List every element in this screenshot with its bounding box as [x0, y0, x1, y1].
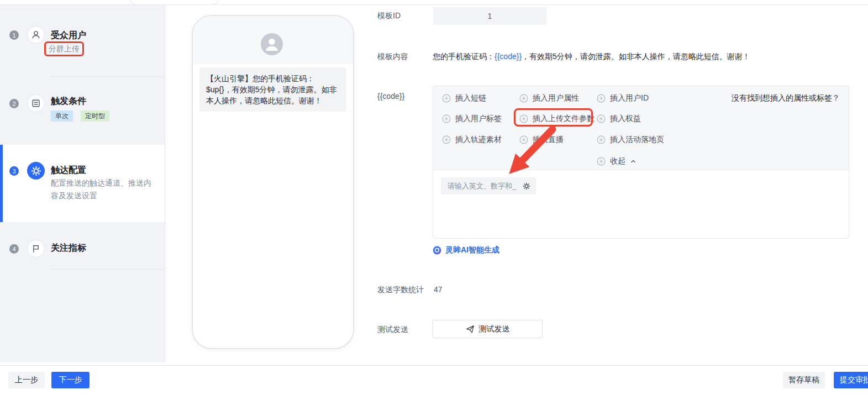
char-count-label: 发送字数统计: [377, 285, 424, 295]
ai-generate-link[interactable]: 灵眸AI智能生成: [433, 245, 499, 255]
insert-live-button[interactable]: 插入直播: [519, 134, 564, 146]
list-icon: [27, 94, 45, 112]
circle-plus-icon: [442, 94, 451, 103]
tag-once: 单次: [51, 110, 73, 122]
step4-number-badge: 4: [9, 244, 19, 254]
sms-message-bubble: 【火山引擎】您的手机验证码：$up{}，有效期5分钟，请勿泄露。如非本人操作，请…: [199, 67, 346, 112]
char-count-value: 47: [434, 285, 443, 294]
ai-generate-label: 灵眸AI智能生成: [445, 245, 499, 255]
top-strip: [0, 0, 868, 5]
previous-step-button[interactable]: 上一步: [8, 372, 45, 388]
test-send-button[interactable]: 测试发送: [433, 320, 543, 338]
sidebar-step-audience[interactable]: 1 受众用户 分群上传: [0, 5, 165, 77]
circle-plus-icon: [597, 135, 606, 144]
send-icon: [466, 325, 475, 334]
step3-title: 触达配置: [51, 165, 86, 176]
circle-plus-icon: [597, 157, 606, 166]
step1-title: 受众用户: [51, 30, 86, 41]
circle-plus-icon: [519, 135, 528, 144]
flag-icon: [27, 240, 45, 257]
circle-plus-icon: [519, 94, 528, 103]
insert-user-tag-button[interactable]: 插入用户标签: [442, 113, 502, 125]
template-content-text: 您的手机验证码：{{code}}，有效期5分钟，请勿泄露。如非本人操作，请忽略此…: [433, 52, 864, 62]
test-send-label: 测试发送: [377, 325, 408, 335]
code-param-label: {{code}}: [377, 92, 404, 101]
circle-plus-icon: [519, 114, 528, 123]
active-step-indicator: [0, 145, 3, 222]
gear-icon: [27, 162, 45, 180]
chevron-up-icon: [630, 158, 636, 165]
next-step-button[interactable]: 下一步: [51, 372, 90, 388]
circle-plus-icon: [442, 114, 451, 123]
circle-plus-icon: [597, 94, 606, 103]
content-code-variable: {{code}}: [495, 52, 522, 61]
attribute-not-found-link[interactable]: 没有找到想插入的属性或标签？: [732, 93, 840, 103]
template-id-label: 模板ID: [377, 11, 401, 21]
phone-header: [193, 16, 353, 64]
step1-number-badge: 1: [9, 30, 19, 40]
template-id-input[interactable]: [433, 7, 546, 25]
step2-number-badge: 2: [9, 99, 19, 108]
top-partial-element: [129, 0, 220, 5]
step3-number-badge: 3: [9, 166, 19, 176]
param-name-input[interactable]: [446, 181, 519, 191]
insert-options-area: 插入短链 插入用户属性 插入用户ID 没有找到想插入的属性或标签？ 插入用户标签…: [433, 86, 849, 170]
sidebar-step-reach-config-active[interactable]: 3 触达配置 配置推送的触达通道、推送内容及发送设置: [0, 145, 165, 222]
steps-sidebar: 1 受众用户 分群上传 2 触发条件 单次 定时型: [0, 5, 165, 362]
submit-approval-button[interactable]: 提交审批: [834, 372, 868, 388]
insert-activity-landing-page-button[interactable]: 插入活动落地页: [597, 134, 664, 146]
circle-plus-icon: [597, 114, 606, 123]
wizard-footer-bar: 上一步 下一步 暂存草稿 提交审批: [0, 365, 868, 395]
content-suffix: ，有效期5分钟，请勿泄露。如非本人操作，请忽略此短信。谢谢！: [522, 52, 750, 61]
sender-avatar: [261, 33, 283, 55]
step2-title: 触发条件: [51, 96, 86, 107]
circle-plus-icon: [442, 135, 451, 144]
insert-variable-panel: 插入短链 插入用户属性 插入用户ID 没有找到想插入的属性或标签？ 插入用户标签…: [433, 86, 849, 239]
insert-track-material-button[interactable]: 插入轨迹素材: [442, 134, 502, 146]
param-name-field[interactable]: [441, 177, 536, 194]
insert-benefit-button[interactable]: 插入权益: [597, 113, 641, 125]
settings-gear-icon[interactable]: [523, 182, 530, 190]
tag-scheduled: 定时型: [81, 110, 109, 122]
ai-assistant-icon: [433, 246, 441, 255]
step3-description: 配置推送的触达通道、推送内容及发送设置: [51, 177, 156, 202]
save-draft-button[interactable]: 暂存草稿: [783, 372, 825, 388]
insert-upload-file-param-button[interactable]: 插入上传文件参数: [519, 113, 595, 125]
insert-user-id-button[interactable]: 插入用户ID: [597, 92, 649, 104]
collapse-options-button[interactable]: 收起: [597, 155, 636, 167]
segment-upload-tag: 分群上传: [44, 41, 84, 56]
content-prefix: 您的手机验证码：: [433, 52, 495, 61]
sidebar-step-trigger[interactable]: 2 触发条件 单次 定时型: [0, 77, 165, 145]
insert-user-attribute-button[interactable]: 插入用户属性: [519, 92, 579, 104]
app-window: 1 受众用户 分群上传 2 触发条件 单次 定时型: [0, 0, 868, 395]
sidebar-step-metrics[interactable]: 4 关注指标: [0, 222, 165, 270]
step4-title: 关注指标: [51, 243, 86, 254]
user-icon: [27, 26, 45, 44]
sms-phone-preview: 【火山引擎】您的手机验证码：$up{}，有效期5分钟，请勿泄露。如非本人操作，请…: [192, 15, 354, 349]
insert-short-link-button[interactable]: 插入短链: [442, 92, 486, 104]
template-content-label: 模板内容: [377, 52, 408, 62]
